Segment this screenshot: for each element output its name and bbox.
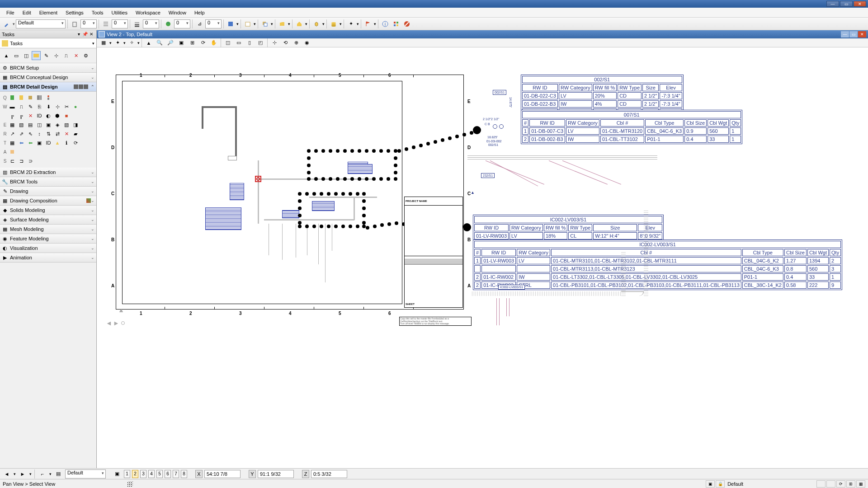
menu-window[interactable]: Window [165, 9, 190, 16]
dt-s3[interactable]: ⊃ [26, 157, 34, 165]
menu-file[interactable]: File [3, 9, 18, 16]
info-icon[interactable]: i [380, 19, 390, 29]
sb-btn-3[interactable]: ⟳ [836, 480, 845, 488]
tasks-selector[interactable]: Tasks ▾ [0, 38, 96, 48]
page-btn-8[interactable]: 8 [181, 470, 187, 478]
dt-t7[interactable]: ℹ [62, 139, 71, 147]
lock-icon[interactable]: 🔒 [716, 480, 725, 488]
spin-1[interactable]: 0 [80, 19, 97, 28]
dt-w9[interactable]: ╔ [8, 112, 16, 120]
acs-icon[interactable]: ⌐ [38, 469, 47, 479]
section-surface[interactable]: ◈ Surface Modeling ⌄ [0, 215, 96, 225]
dt-r2[interactable]: ⇗ [17, 130, 25, 138]
dt-t6[interactable]: ▲ [53, 139, 61, 147]
vt-tool8-icon[interactable]: ◉ [302, 38, 312, 48]
view-minimize-button[interactable]: — [841, 31, 849, 38]
pan-center-icon[interactable] [121, 321, 125, 325]
maximize-button[interactable]: ▭ [840, 1, 853, 7]
flag-icon[interactable] [363, 19, 373, 29]
section-brcm-detail[interactable]: ▤ BRCM Detail Design ⌃ [0, 82, 96, 92]
section-2d-extraction[interactable]: ▥ BRCM 2D Extraction ⌄ [0, 168, 96, 177]
dt-q1[interactable] [8, 94, 16, 102]
section-drawing[interactable]: ✎ Drawing ⌄ [0, 187, 96, 196]
sparkle-icon[interactable]: ✦ [346, 19, 356, 29]
vt-zoomout-icon[interactable]: 🔎 [165, 38, 175, 48]
fence-icon[interactable]: ▭ [12, 51, 21, 60]
vt-tool5-icon[interactable]: ⊹ [269, 38, 279, 48]
snap-icon[interactable]: ▣ [706, 480, 715, 488]
page-btn-4[interactable]: 4 [148, 470, 155, 478]
vt-zoomin-icon[interactable]: 🔍 [155, 38, 165, 48]
dt-w2[interactable]: ⎍ [17, 103, 25, 111]
delete-icon[interactable]: ✕ [71, 51, 80, 60]
sb-btn-5[interactable]: ▦ [856, 480, 865, 488]
dt-e3[interactable]: ▤ [26, 121, 34, 129]
dt-w11[interactable]: ✕ [26, 112, 34, 120]
cube-icon[interactable] [311, 19, 321, 29]
menu-element[interactable]: Element [36, 9, 61, 16]
pan-right-icon[interactable]: ► [113, 319, 119, 327]
vt-zoom-icon[interactable]: ✦ [113, 38, 123, 48]
drawing-canvas[interactable]: 1 2 3 4 5 6 1 2 3 4 5 6 A B C D E A B C … [97, 47, 868, 468]
grip-icon[interactable] [127, 481, 133, 487]
spin-3[interactable]: 0 [143, 19, 159, 28]
angle-icon[interactable]: ⊿ [194, 19, 204, 29]
select-icon[interactable]: ◫ [22, 51, 31, 60]
page-btn-3[interactable]: 3 [140, 470, 146, 478]
sb-btn-1[interactable] [816, 480, 826, 488]
page-btn-5[interactable]: 5 [156, 470, 163, 478]
sb-btn-4[interactable]: ⊞ [846, 480, 855, 488]
vt-rotate-icon[interactable]: ⟳ [198, 38, 208, 48]
junction-icon[interactable]: ⊹ [52, 51, 61, 60]
dt-w10[interactable]: ╔ [17, 112, 25, 120]
vt-pan-icon[interactable]: ✋ [209, 38, 219, 48]
dt-t1[interactable]: ▦ [8, 139, 16, 147]
menu-tools[interactable]: Tools [88, 9, 107, 16]
pan-up-icon[interactable]: ◄ [118, 307, 125, 314]
section-mesh[interactable]: ▦ Mesh Modeling ⌄ [0, 225, 96, 234]
section-animation[interactable]: ▶ Animation ⌄ [0, 253, 96, 263]
dt-r1[interactable]: ↗ [8, 130, 16, 138]
layers-icon[interactable] [329, 19, 339, 29]
level-combo[interactable]: Default [16, 19, 66, 28]
dt-r7[interactable]: ✕ [62, 130, 71, 138]
dt-q5[interactable] [44, 94, 52, 102]
dt-s1[interactable]: ⊏ [8, 157, 16, 165]
page-btn-7[interactable]: 7 [173, 470, 179, 478]
route-icon[interactable]: ⎍ [61, 51, 71, 60]
section-brcm-tools[interactable]: 🔧 BRCM Tools ⌄ [0, 177, 96, 187]
vt-tool2-icon[interactable]: ▭ [234, 38, 244, 48]
dt-e2[interactable]: ▧ [17, 121, 25, 129]
dt-r5[interactable]: ⇅ [44, 130, 52, 138]
vt-fit-icon[interactable]: ▲ [144, 38, 154, 48]
tasks-close-icon[interactable]: ✕ [88, 31, 94, 38]
edit-icon[interactable]: ✎ [42, 51, 51, 60]
view-close-button[interactable]: ✕ [858, 31, 866, 38]
dt-e4[interactable]: ◫ [35, 121, 43, 129]
level-icon[interactable]: ▤ [53, 469, 63, 479]
tasks-dropdown-icon[interactable]: ▾ [75, 31, 82, 38]
dt-w12[interactable]: ID [35, 112, 43, 120]
level-combo-2[interactable]: Default [65, 469, 106, 479]
page-btn-2[interactable]: 2 [132, 470, 138, 478]
section-solids[interactable]: ◆ Solids Modeling ⌄ [0, 206, 96, 215]
earth-icon[interactable] [163, 19, 173, 29]
dt-w4[interactable]: ⎘ [35, 103, 43, 111]
settings-icon[interactable]: ⚙ [81, 51, 90, 60]
dt-w5[interactable]: ⬇ [44, 103, 52, 111]
section-visualization[interactable]: ◐ Visualization ⌄ [0, 244, 96, 253]
stop-icon[interactable] [402, 19, 412, 29]
y-field[interactable]: 91:1 9/32 [258, 470, 294, 478]
dt-t5[interactable]: ID [44, 139, 52, 147]
spin-2[interactable]: 0 [112, 19, 128, 28]
close-button[interactable]: ✕ [854, 1, 866, 7]
dt-a1[interactable] [8, 148, 16, 156]
page-btn-6[interactable]: 6 [165, 470, 171, 478]
palette-icon[interactable] [391, 19, 401, 29]
place-tray-icon[interactable] [32, 51, 41, 60]
vt-window-icon[interactable]: ▣ [176, 38, 186, 48]
vt-tool3-icon[interactable]: ▯ [245, 38, 255, 48]
dt-e1[interactable]: ▦ [8, 121, 16, 129]
dt-t8[interactable]: ⟳ [71, 139, 80, 147]
sb-btn-2[interactable] [826, 480, 835, 488]
